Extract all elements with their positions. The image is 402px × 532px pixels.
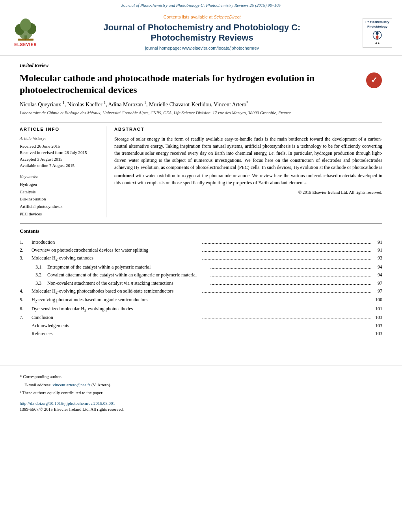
page-3-1: 94: [372, 263, 382, 271]
item-label-3-1: Entrapment of the catalyst within a poly…: [47, 263, 209, 271]
page-3-3: 97: [372, 279, 382, 287]
contents-section: Contents 1. Introduction 91 2. Overview …: [20, 223, 382, 341]
crossmark-icon: ✓: [366, 72, 382, 89]
item-number-3-2: 3.2.: [35, 271, 47, 279]
article-title-row: Molecular cathode and photocathode mater…: [20, 72, 382, 96]
doi-line: http://dx.doi.org/10.1016/j.jphotochemre…: [20, 400, 382, 406]
logo-text-line2: Photobiology: [367, 25, 387, 29]
item-number-4: 4.: [20, 287, 32, 295]
accepted-date: Accepted 3 August 2015: [20, 156, 98, 163]
article-type-label: Invited Review: [20, 60, 382, 69]
keyword-hydrogen: Hydrogen: [20, 181, 98, 188]
contents-item-3-1: 3.1. Entrapment of the catalyst within a…: [35, 263, 382, 271]
page-3: 93: [372, 254, 382, 262]
item-label-1: Introduction: [32, 238, 201, 246]
article-section: Invited Review Molecular cathode and pho…: [0, 56, 402, 341]
keyword-artificial-photosynthesis: Artificial photosynthesis: [20, 203, 98, 210]
dots-4: [202, 292, 372, 293]
svg-point-4: [20, 19, 31, 31]
item-label-3: Molecular H2-evolving cathodes: [32, 254, 201, 263]
article-title: Molecular cathode and photocathode mater…: [20, 72, 366, 96]
dots-ref: [202, 335, 372, 335]
page-3-2: 94: [372, 271, 382, 279]
article-info-title: ARTICLE INFO: [20, 126, 98, 132]
dots-3-3: [210, 284, 372, 285]
equal-contribution-note: ¹ These authors equally contributed to t…: [20, 389, 382, 397]
page-6: 101: [372, 305, 382, 313]
item-label-ref: References: [32, 330, 201, 337]
revised-date: Received in revised form 28 July 2015: [20, 149, 98, 156]
elsevier-text: ELSEVIER: [14, 42, 37, 48]
dots-5: [202, 301, 372, 301]
homepage-url[interactable]: www.elsevier.com/locate/jphotochemrev: [182, 46, 259, 50]
doi-link[interactable]: http://dx.doi.org/10.1016/j.jphotochemre…: [20, 401, 115, 406]
item-label-7: Conclusion: [32, 313, 201, 321]
keywords-section: Keywords: Hydrogen Catalysis Bio-inspira…: [20, 174, 98, 218]
item-number-3: 3.: [20, 254, 32, 262]
page-ack: 103: [372, 322, 382, 330]
journal-title-section: Contents lists available at ScienceDirec…: [43, 14, 361, 51]
email-footnote: E-mail address: vincent.artero@cea.fr (V…: [20, 382, 382, 389]
contents-item-4: 4. Molecular H2-evolving photocathodes b…: [20, 287, 382, 296]
item-label-ack: Acknowledgements: [32, 322, 201, 330]
dots-3-1: [210, 268, 372, 269]
page-ref: 103: [372, 330, 382, 337]
journal-logo-box: Photochemistry Photobiology ◄►: [363, 18, 392, 48]
item-number-7: 7.: [20, 313, 32, 321]
footer-section: * Corresponding author. E-mail address: …: [0, 365, 402, 419]
item-number-6: 6.: [20, 305, 32, 313]
affiliation-line: Laboratoire de Chimie et Biologie des Mé…: [20, 110, 382, 116]
dots-3-2: [210, 276, 372, 276]
journal-logo-icon: [370, 30, 384, 41]
logo-number: ◄►: [374, 41, 381, 45]
issn-line: 1389-5567/© 2015 Elsevier Ireland Ltd. A…: [20, 406, 382, 412]
dots-7: [202, 319, 372, 319]
received-date: Received 26 June 2015: [20, 143, 98, 150]
crossmark-logo[interactable]: ✓: [366, 72, 382, 91]
item-number-1: 1.: [20, 238, 32, 246]
item-label-5: H2-evolving photocathodes based on organ…: [32, 296, 201, 304]
sciencedirect-link-text[interactable]: ScienceDirect: [214, 15, 240, 19]
contents-item-6: 6. Dye-sensitized molecular H2-evolving …: [20, 305, 382, 313]
item-number-2: 2.: [20, 246, 32, 254]
item-number-5: 5.: [20, 296, 32, 304]
item-number-3-3: 3.3.: [35, 279, 47, 287]
elsevier-tree-icon: [12, 18, 39, 41]
contents-item-3-3: 3.3. Non-covalent attachment of the cata…: [35, 279, 382, 287]
item-label-6: Dye-sensitized molecular H2-evolving pho…: [32, 305, 201, 313]
contents-item-ref: References 103: [20, 330, 382, 337]
item-label-3-2: Covalent attachment of the catalyst with…: [47, 271, 209, 279]
svg-text:✓: ✓: [371, 76, 378, 84]
page-7: 103: [372, 313, 382, 321]
keywords-label: Keywords:: [20, 174, 98, 180]
item-label-2: Overview on photoelectrochemical devices…: [32, 246, 201, 254]
contents-list: 1. Introduction 91 2. Overview on photoe…: [20, 238, 382, 338]
contents-item-3-2: 3.2. Covalent attachment of the catalyst…: [35, 271, 382, 279]
logo-text-line1: Photochemistry: [365, 20, 389, 24]
info-abstract-section: ARTICLE INFO Article history: Received 2…: [20, 122, 382, 218]
journal-homepage: journal homepage: www.elsevier.com/locat…: [43, 45, 361, 51]
abstract-title: ABSTRACT: [114, 126, 382, 132]
page-1: 91: [372, 238, 382, 246]
page-2: 91: [372, 246, 382, 254]
available-date: Available online 7 August 2015: [20, 162, 98, 169]
contents-item-3: 3. Molecular H2-evolving cathodes 93: [20, 254, 382, 263]
page-4: 97: [372, 287, 382, 295]
elsevier-logo: ELSEVIER: [8, 18, 43, 48]
email-link[interactable]: vincent.artero@cea.fr: [52, 382, 90, 387]
journal-logo-right: Photochemistry Photobiology ◄►: [361, 18, 394, 48]
journal-header: ELSEVIER Contents lists available at Sci…: [0, 10, 402, 56]
item-number-3-1: 3.1.: [35, 263, 47, 271]
contents-item-5: 5. H2-evolving photocathodes based on or…: [20, 296, 382, 304]
abstract-col: ABSTRACT Storage of solar energy in the …: [106, 126, 382, 218]
history-label: Article history:: [20, 135, 98, 141]
dots-ack: [202, 327, 372, 327]
item-label-3-3: Non-covalent attachment of the catalyst …: [47, 279, 209, 287]
keyword-catalysis: Catalysis: [20, 188, 98, 196]
dots-3: [202, 259, 372, 260]
contents-title: Contents: [20, 228, 382, 235]
dots-1: [202, 243, 372, 244]
keyword-bioinspiration: Bio-inspiration: [20, 195, 98, 203]
journal-citation: Journal of Photochemistry and Photobiolo…: [121, 3, 281, 7]
article-history: Article history: Received 26 June 2015 R…: [20, 135, 98, 169]
